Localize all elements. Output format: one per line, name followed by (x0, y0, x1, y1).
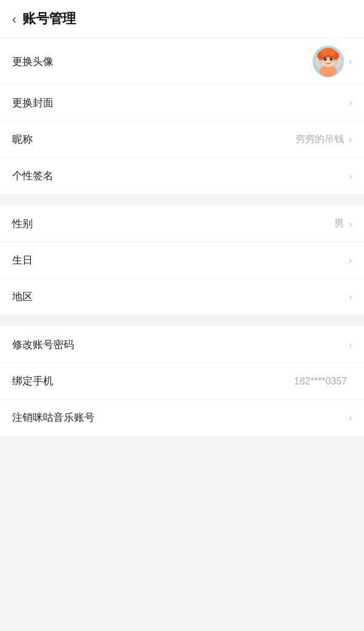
section-account: 修改账号密码›绑定手机182****0357注销咪咕音乐账号› (0, 327, 364, 435)
section-personal: 性别男›生日›地区› (0, 206, 364, 315)
chevron-icon-cover: › (349, 98, 352, 109)
svg-point-13 (320, 60, 325, 63)
list-item-cancel-account[interactable]: 注销咪咕音乐账号› (0, 400, 364, 435)
svg-point-11 (325, 58, 326, 59)
list-item-region[interactable]: 地区› (0, 279, 364, 315)
list-item-gender[interactable]: 性别男› (0, 206, 364, 242)
list-item-change-password[interactable]: 修改账号密码› (0, 327, 364, 363)
item-label-nickname: 昵称 (12, 132, 295, 146)
item-label-cancel-account: 注销咪咕音乐账号 (12, 411, 349, 425)
avatar (312, 46, 344, 77)
list-item-birthday[interactable]: 生日› (0, 242, 364, 279)
back-button[interactable]: ‹ (12, 12, 16, 26)
item-value-bind-phone: 182****0357 (294, 376, 347, 387)
svg-point-14 (331, 60, 336, 63)
list-item-cover[interactable]: 更换封面› (0, 85, 364, 121)
section-divider (0, 321, 364, 327)
chevron-icon-gender: › (349, 219, 352, 230)
page-title: 账号管理 (22, 10, 76, 28)
item-label-birthday: 生日 (12, 253, 349, 267)
chevron-icon-avatar: › (349, 56, 352, 67)
item-label-signature: 个性签名 (12, 169, 349, 183)
section-profile: 更换头像 (0, 38, 364, 194)
item-label-bind-phone: 绑定手机 (12, 374, 294, 388)
item-label-region: 地区 (12, 290, 349, 304)
chevron-icon-birthday: › (349, 255, 352, 266)
list-item-avatar[interactable]: 更换头像 (0, 38, 364, 85)
chevron-icon-signature: › (349, 171, 352, 182)
chevron-icon-nickname: › (349, 134, 352, 145)
item-label-change-password: 修改账号密码 (12, 338, 349, 352)
list-item-bind-phone[interactable]: 绑定手机182****0357 (0, 363, 364, 400)
item-value-nickname: 穷穷的吊钱 (295, 133, 344, 146)
section-divider (0, 200, 364, 206)
item-label-avatar: 更换头像 (12, 55, 312, 69)
item-value-gender: 男 (334, 217, 344, 230)
svg-point-8 (324, 48, 332, 54)
item-label-gender: 性别 (12, 217, 334, 231)
chevron-icon-change-password: › (349, 339, 352, 350)
list-item-signature[interactable]: 个性签名› (0, 158, 364, 194)
chevron-icon-cancel-account: › (349, 412, 352, 423)
chevron-icon-region: › (349, 292, 352, 302)
page-header: ‹ 账号管理 (0, 0, 364, 38)
list-item-nickname[interactable]: 昵称穷穷的吊钱› (0, 121, 364, 158)
svg-point-12 (331, 58, 332, 59)
item-label-cover: 更换封面 (12, 96, 349, 110)
